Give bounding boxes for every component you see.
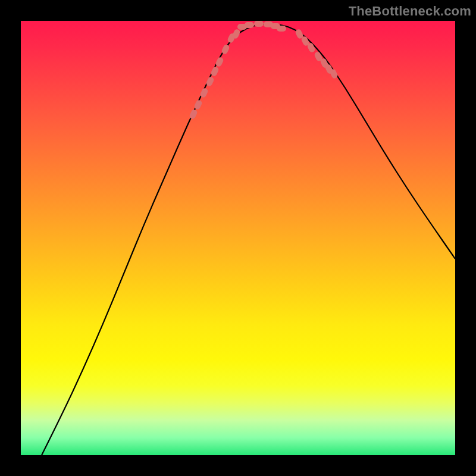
marker-group [189,21,339,120]
chart-svg [21,21,455,455]
marker-dot [245,22,254,28]
watermark-text: TheBottleneck.com [349,4,471,19]
chart-frame: TheBottleneck.com [0,0,476,476]
curve-line [42,24,455,455]
marker-dot [277,26,286,32]
marker-dot [205,76,215,87]
marker-dot [254,21,264,27]
marker-dot [215,57,224,68]
plot-area [21,21,455,455]
